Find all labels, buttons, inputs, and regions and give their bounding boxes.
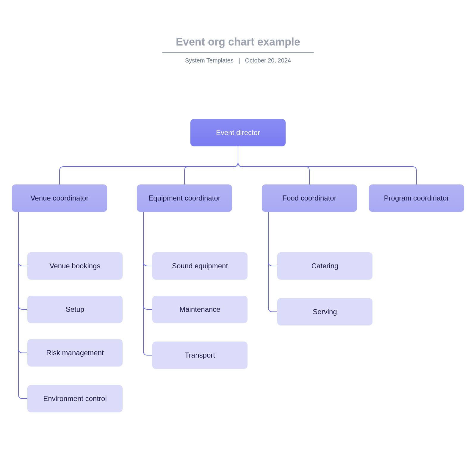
subtitle-separator: | — [239, 57, 240, 64]
org-node-label: Risk management — [46, 349, 104, 357]
org-node-leaf[interactable]: Venue bookings — [27, 252, 123, 280]
org-node-label: Transport — [185, 351, 215, 359]
org-node-leaf[interactable]: Catering — [277, 252, 372, 280]
org-node-leaf[interactable]: Transport — [152, 342, 248, 369]
org-node-label: Serving — [313, 308, 337, 316]
org-node-leaf[interactable]: Environment control — [27, 385, 123, 412]
org-node-leaf[interactable]: Setup — [27, 296, 123, 323]
org-node-label: Setup — [66, 305, 84, 314]
org-node-branch-food[interactable]: Food coordinator — [262, 184, 357, 212]
org-node-label: Catering — [311, 262, 339, 270]
org-node-leaf[interactable]: Sound equipment — [152, 252, 248, 280]
org-node-label: Sound equipment — [172, 262, 228, 270]
org-node-label: Environment control — [43, 394, 107, 403]
org-node-label: Venue bookings — [50, 262, 101, 270]
page-subtitle: System Templates | October 20, 2024 — [0, 57, 476, 64]
org-node-leaf[interactable]: Risk management — [27, 339, 123, 367]
org-node-branch-venue[interactable]: Venue coordinator — [12, 184, 107, 212]
org-node-label: Food coordinator — [282, 194, 336, 202]
org-node-label: Equipment coordinator — [148, 194, 220, 202]
org-node-root[interactable]: Event director — [190, 119, 286, 146]
page-title: Event org chart example — [0, 36, 476, 48]
org-node-leaf[interactable]: Maintenance — [152, 296, 248, 323]
org-node-branch-equipment[interactable]: Equipment coordinator — [137, 184, 232, 212]
diagram-canvas: Event org chart example System Templates… — [0, 0, 476, 476]
org-node-label: Venue coordinator — [31, 194, 89, 202]
subtitle-source: System Templates — [185, 57, 234, 64]
org-node-label: Program coordinator — [384, 194, 449, 202]
org-node-branch-program[interactable]: Program coordinator — [369, 184, 464, 212]
title-underline — [162, 52, 314, 53]
org-node-leaf[interactable]: Serving — [277, 298, 372, 325]
org-node-label: Maintenance — [179, 305, 220, 314]
org-node-label: Event director — [216, 129, 260, 137]
subtitle-date: October 20, 2024 — [245, 57, 291, 64]
